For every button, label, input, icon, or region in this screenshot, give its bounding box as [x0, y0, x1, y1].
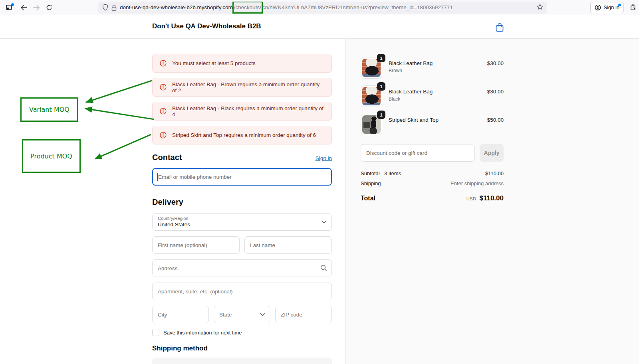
tracking-shield-icon[interactable]: [102, 4, 108, 11]
error-banner-brown-variant-moq: Black Leather Bag - Brown requires a min…: [152, 78, 332, 97]
product-variant: Brown: [389, 68, 487, 73]
total-value: $110.00: [479, 194, 504, 202]
arrow-to-product-moq: [95, 135, 151, 159]
apply-discount-button[interactable]: Apply: [480, 144, 504, 162]
total-label: Total: [361, 195, 375, 202]
product-name: Striped Skirt and Top: [389, 117, 487, 123]
error-icon: [160, 108, 167, 115]
checkout-form: You must select at least 5 products Blac…: [152, 54, 332, 364]
city-field[interactable]: [152, 306, 209, 323]
subtotal-value: $110.00: [485, 170, 504, 176]
reload-button[interactable]: [43, 2, 55, 14]
cart-item-black-leather-bag-black: 1 Black Leather Bag Black $30.00: [361, 85, 504, 107]
quantity-badge: 1: [377, 54, 385, 62]
address-field[interactable]: [152, 259, 332, 277]
email-field[interactable]: [152, 168, 332, 186]
error-message: Black Leather Bag - Black requires a min…: [172, 105, 324, 117]
checkout-header: Don't Use QA Dev-Wholesale B2B: [0, 15, 639, 39]
chevron-down-icon: [321, 220, 326, 224]
product-thumbnail: 1: [361, 114, 382, 135]
text-caret: [157, 173, 158, 181]
error-message: Black Leather Bag - Brown requires a min…: [172, 81, 324, 93]
cart-item-striped-skirt-and-top: 1 Striped Skirt and Top $50.00: [361, 114, 504, 135]
currency-code: USD: [466, 196, 476, 201]
forward-button[interactable]: [30, 2, 42, 14]
browser-toolbar: dont-use-qa-dev-wholesale-b2b.myshopify.…: [0, 0, 639, 15]
product-price: $30.00: [487, 85, 504, 95]
checkout-url-annotation-box: /checkouts/: [232, 2, 263, 14]
state-placeholder: State: [219, 312, 232, 318]
lock-icon[interactable]: [111, 4, 117, 11]
shipping-method-option-stub[interactable]: [152, 358, 332, 364]
quantity-badge: 1: [377, 82, 385, 91]
zip-code-field[interactable]: [275, 306, 332, 323]
chevron-down-icon: [260, 313, 265, 316]
annotation-variant-moq-label: Variant MOQ: [29, 106, 69, 113]
store-title: Don't Use QA Dev-Wholesale B2B: [152, 22, 261, 30]
product-name: Black Leather Bag: [389, 89, 487, 95]
firefox-view-icon[interactable]: [3, 2, 15, 14]
checkout-sign-in-link[interactable]: Sign in: [316, 155, 332, 161]
country-select[interactable]: Country/Region United States: [152, 213, 332, 231]
annotation-product-moq: Product MOQ: [22, 139, 81, 173]
arrow-to-variant-moq-1: [86, 81, 152, 102]
error-message: You must select at least 5 products: [172, 60, 256, 66]
product-price: $50.00: [487, 114, 504, 123]
arrow-to-variant-moq-2: [85, 109, 154, 119]
annotation-variant-moq: Variant MOQ: [20, 97, 78, 122]
shipping-label: Shipping: [361, 180, 381, 186]
subtotal-label: Subtotal · 3 items: [361, 170, 401, 176]
save-info-label: Save this information for next time: [163, 330, 242, 336]
extensions-icon[interactable]: [627, 2, 639, 14]
search-icon: [320, 265, 327, 271]
cart-item-black-leather-bag-brown: 1 Black Leather Bag Brown $30.00: [361, 57, 504, 79]
url-text: dont-use-qa-dev-wholesale-b2b.myshopify.…: [120, 2, 537, 14]
last-name-field[interactable]: [244, 236, 332, 254]
url-checkouts-segment: /checkouts/: [234, 4, 261, 10]
error-banner-black-variant-moq: Black Leather Bag - Black requires a min…: [152, 102, 332, 121]
bookmark-star-icon[interactable]: [537, 4, 543, 12]
contact-heading: Contact: [152, 153, 182, 162]
product-variant: Black: [389, 96, 487, 102]
cart-bag-icon[interactable]: [495, 23, 504, 32]
browser-sign-in-label: Sign in: [603, 4, 619, 10]
error-message: Striped Skirt and Top requires a minimum…: [172, 132, 316, 138]
back-button[interactable]: [18, 2, 30, 14]
url-bar[interactable]: dont-use-qa-dev-wholesale-b2b.myshopify.…: [98, 2, 547, 14]
url-host: dont-use-qa-dev-wholesale-b2b.myshopify.…: [120, 4, 233, 10]
product-thumbnail: 1: [361, 57, 382, 79]
country-label: Country/Region: [158, 216, 326, 221]
delivery-heading: Delivery: [152, 198, 183, 207]
product-thumbnail: 1: [361, 85, 382, 107]
product-name: Black Leather Bag: [389, 60, 487, 66]
first-name-field[interactable]: [152, 236, 240, 254]
country-value: United States: [158, 222, 326, 228]
error-banner-min-products: You must select at least 5 products: [152, 54, 332, 73]
apartment-field[interactable]: [152, 283, 332, 300]
product-price: $30.00: [487, 57, 504, 66]
error-icon: [160, 60, 167, 67]
url-rest: cn/hWN43nYULnA7mU8VzERD1nmr/en-us?previe…: [262, 4, 453, 10]
browser-sign-in-button[interactable]: Sign in: [590, 2, 624, 13]
notification-dot: [11, 3, 14, 6]
discount-code-input[interactable]: [361, 144, 475, 162]
error-icon: [160, 84, 167, 91]
shipping-value: Enter shipping address: [450, 180, 504, 186]
annotation-product-moq-label: Product MOQ: [30, 152, 72, 160]
error-banner-product-moq: Striped Skirt and Top requires a minimum…: [152, 126, 332, 144]
shipping-method-heading: Shipping method: [152, 344, 332, 352]
error-icon: [160, 132, 167, 138]
save-info-checkbox[interactable]: [152, 329, 159, 336]
quantity-badge: 1: [377, 111, 385, 119]
state-select[interactable]: State: [214, 306, 270, 323]
sign-in-notification-dot: [618, 4, 621, 6]
order-summary-panel: 1 Black Leather Bag Brown $30.00 1 Black…: [345, 39, 639, 364]
account-icon: [595, 4, 601, 11]
